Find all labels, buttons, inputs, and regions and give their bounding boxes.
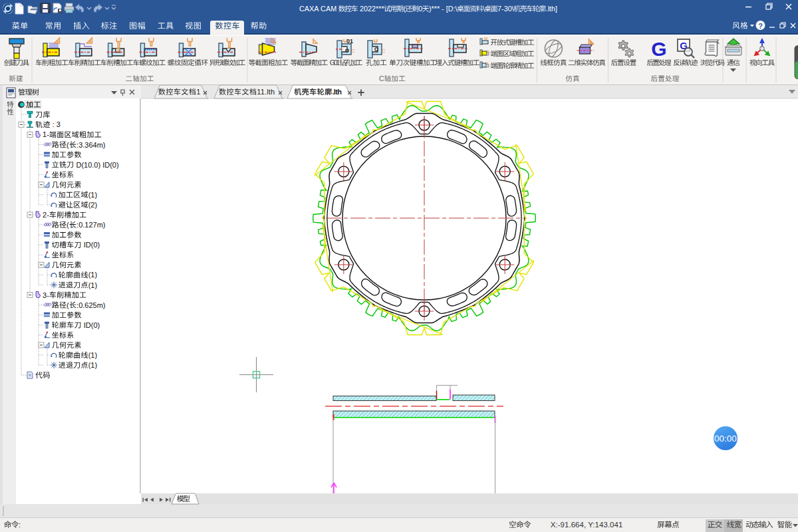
svg-text:G: G — [651, 38, 666, 60]
svg-text:D(10.0) ID(0): D(10.0) ID(0) — [74, 161, 118, 169]
svg-text:3-: 3- — [43, 291, 49, 299]
svg-text:X:-91.664, Y:143.041: X:-91.664, Y:143.041 — [551, 521, 623, 529]
svg-text::0.127m): :0.127m) — [76, 221, 105, 229]
svg-text::3.364m): :3.364m) — [76, 141, 105, 149]
svg-text:11.lth: 11.lth — [257, 88, 275, 96]
svg-text:1: 1 — [196, 88, 200, 96]
svg-text:(1): (1) — [88, 351, 97, 359]
svg-text:7-30\: 7-30\ — [497, 5, 514, 13]
svg-text:)*** - [D:\: )*** - [D:\ — [429, 5, 458, 13]
svg-text::: : — [19, 521, 21, 529]
svg-text:(1): (1) — [88, 281, 97, 289]
svg-text:00:00: 00:00 — [714, 434, 737, 444]
svg-text:(2): (2) — [88, 201, 97, 209]
svg-text:G01: G01 — [330, 59, 340, 66]
svg-text:1-: 1- — [43, 130, 49, 138]
svg-text:C: C — [379, 74, 384, 82]
svg-text:?: ? — [758, 22, 763, 30]
svg-text:(1): (1) — [88, 361, 97, 369]
svg-text::0.625m): :0.625m) — [76, 301, 105, 309]
svg-text:\: \ — [483, 5, 485, 13]
svg-text:(: ( — [66, 301, 69, 309]
svg-text:ID(0): ID(0) — [82, 241, 100, 249]
svg-text:CAXA CAM: CAXA CAM — [299, 5, 338, 13]
svg-text:(: ( — [66, 141, 69, 149]
svg-text:(1): (1) — [88, 271, 97, 279]
svg-text:2022***: 2022*** — [358, 5, 384, 13]
svg-text:: 3: : 3 — [51, 120, 61, 128]
svg-text:ID(0): ID(0) — [82, 321, 100, 329]
svg-text:(: ( — [66, 221, 69, 229]
svg-text:0: 0 — [418, 5, 422, 13]
svg-text:2-: 2- — [43, 211, 49, 219]
svg-text:C: C — [382, 48, 386, 54]
svg-text:.lth: .lth — [332, 88, 342, 96]
svg-text:C: C — [351, 48, 355, 54]
svg-text:(1): (1) — [88, 191, 97, 199]
svg-text:.lth]: .lth] — [546, 5, 557, 13]
